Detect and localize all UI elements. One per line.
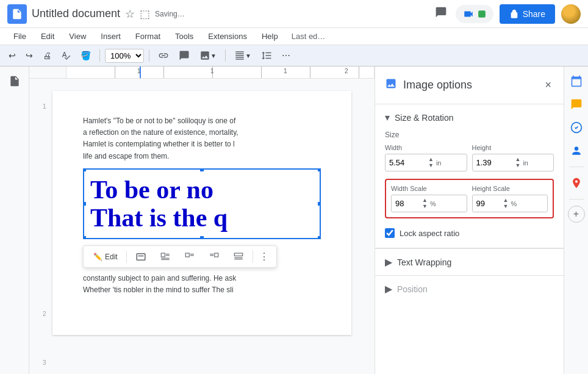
menu-file[interactable]: File — [7, 29, 32, 43]
width-scale-field-group: Width Scale ▲ ▼ % — [391, 185, 467, 212]
height-scale-input[interactable] — [476, 199, 501, 208]
add-apps-button[interactable]: + — [568, 206, 585, 223]
link-button[interactable] — [154, 48, 173, 63]
menu-edit[interactable]: Edit — [35, 29, 60, 43]
width-scale-input-wrapper: ▲ ▼ % — [391, 195, 467, 212]
handle-top-right[interactable] — [317, 168, 321, 172]
undo-button[interactable]: ↩ — [5, 48, 20, 63]
svg-rect-0 — [478, 10, 486, 18]
size-label: Size — [385, 131, 554, 139]
panel-close-button[interactable]: × — [542, 76, 554, 94]
meet-button[interactable] — [456, 5, 493, 23]
menu-tools[interactable]: Tools — [169, 29, 199, 43]
menu-help[interactable]: Help — [256, 29, 284, 43]
handle-top-left[interactable] — [83, 168, 87, 172]
more-options-button[interactable]: ⋯ — [278, 48, 294, 63]
image-options-panel: Image options × ▾ Size & Rotation Size W… — [375, 67, 564, 374]
handle-bottom-middle[interactable] — [199, 236, 204, 239]
height-down-arrow[interactable]: ▼ — [515, 163, 521, 168]
print-button[interactable]: 🖨 — [39, 48, 55, 63]
text-wrapping-section[interactable]: ▶ Text Wrapping — [375, 248, 564, 275]
position-title: Position — [397, 284, 428, 294]
page-container: 1 2 3 Hamlet's "To be or not to be" soli… — [29, 79, 375, 347]
height-input[interactable] — [476, 158, 513, 167]
redo-button[interactable]: ↪ — [22, 48, 37, 63]
comment-inline-button[interactable] — [175, 48, 193, 63]
height-scale-input-wrapper: ▲ ▼ % — [472, 195, 548, 212]
position-chevron-icon: ▶ — [385, 283, 392, 295]
height-scale-up-arrow[interactable]: ▲ — [503, 198, 509, 203]
menu-insert[interactable]: Insert — [95, 29, 127, 43]
image-button[interactable]: ▼ — [196, 48, 220, 63]
wrap-right-button[interactable] — [204, 249, 224, 265]
height-scale-label: Height Scale — [472, 185, 548, 192]
height-scale-unit: % — [511, 200, 517, 207]
share-label: Share — [523, 9, 545, 19]
width-scale-input[interactable] — [395, 199, 420, 208]
paint-format-button[interactable]: 🪣 — [77, 48, 95, 63]
handle-bottom-left[interactable] — [83, 236, 87, 239]
menu-format[interactable]: Format — [129, 29, 167, 43]
contacts-icon[interactable] — [567, 141, 586, 160]
image-text-line-1: To be or no — [90, 176, 314, 204]
menu-extensions[interactable]: Extensions — [202, 29, 253, 43]
saving-text: Saving… — [155, 10, 185, 18]
comments-button[interactable] — [432, 4, 450, 24]
wrap-text-button[interactable] — [155, 249, 176, 265]
document-page: Hamlet's "To be or not to be" soliloquy … — [52, 91, 351, 335]
line-spacing-button[interactable] — [257, 48, 276, 63]
wrap-inline-button[interactable] — [131, 249, 151, 265]
text-wrapping-title: Text Wrapping — [397, 257, 451, 267]
lock-aspect-checkbox[interactable] — [385, 228, 395, 238]
far-sidebar-divider — [569, 167, 584, 167]
wrap-break-button[interactable] — [228, 249, 249, 265]
width-scale-down-arrow[interactable]: ▼ — [422, 204, 428, 209]
share-button[interactable]: Share — [500, 4, 555, 24]
left-sidebar — [0, 67, 29, 374]
height-input-wrapper: ▲ ▼ in — [472, 154, 554, 171]
calendar-icon[interactable] — [567, 71, 586, 91]
handle-top-middle[interactable] — [199, 168, 204, 172]
last-edit-text[interactable]: Last ed… — [292, 32, 326, 41]
app-icon — [7, 4, 27, 24]
doc-text-5: constantly subject to pain and suffering… — [83, 273, 321, 284]
svg-rect-14 — [234, 253, 243, 256]
image-more-button[interactable]: ⋮ — [257, 248, 271, 265]
width-scale-label: Width Scale — [391, 185, 467, 192]
page-outline-icon[interactable] — [5, 71, 24, 91]
edit-image-button[interactable]: ✏️ Edit — [88, 250, 123, 264]
height-up-arrow[interactable]: ▲ — [515, 157, 521, 162]
align-button[interactable]: ▼ — [231, 48, 255, 63]
doc-text-6: Whether 'tis nobler in the mind to suffe… — [83, 284, 321, 296]
size-rotation-header[interactable]: ▾ Size & Rotation — [385, 112, 554, 123]
doc-area[interactable]: 1 1 1 2 1 2 3 Hamlet's "To be or not to … — [29, 67, 375, 374]
toolbar-sep-img-1 — [126, 251, 127, 263]
height-arrows: ▲ ▼ — [515, 157, 521, 168]
text-wrapping-header[interactable]: ▶ Text Wrapping — [385, 256, 554, 268]
image-element[interactable]: To be or no That is the q — [83, 168, 321, 239]
handle-middle-left[interactable] — [83, 201, 87, 206]
position-header[interactable]: ▶ Position — [385, 283, 554, 295]
position-section[interactable]: ▶ Position — [375, 275, 564, 302]
size-dimensions-row: Width ▲ ▼ in Height — [385, 144, 554, 171]
height-scale-down-arrow[interactable]: ▼ — [503, 204, 509, 209]
width-scale-up-arrow[interactable]: ▲ — [422, 198, 428, 203]
menu-view[interactable]: View — [63, 29, 92, 43]
notes-icon[interactable] — [567, 95, 586, 114]
wrap-left-button[interactable] — [179, 249, 200, 265]
height-scale-field-group: Height Scale ▲ ▼ % — [472, 185, 548, 212]
handle-bottom-right[interactable] — [317, 236, 321, 239]
svg-rect-3 — [161, 253, 165, 257]
page-number-2: 2 — [43, 311, 46, 317]
spellcheck-button[interactable] — [57, 48, 74, 63]
maps-icon[interactable] — [567, 173, 586, 193]
width-up-arrow[interactable]: ▲ — [428, 157, 434, 162]
star-icon[interactable]: ☆ — [125, 7, 135, 21]
width-input[interactable] — [389, 158, 426, 167]
handle-middle-right[interactable] — [317, 201, 321, 206]
zoom-select[interactable]: 100% 75% 125% 150% — [105, 49, 144, 63]
drive-icon[interactable]: ⬚ — [140, 7, 150, 21]
width-down-arrow[interactable]: ▼ — [428, 163, 434, 168]
tasks-icon[interactable] — [567, 118, 586, 137]
user-avatar[interactable] — [561, 4, 581, 24]
